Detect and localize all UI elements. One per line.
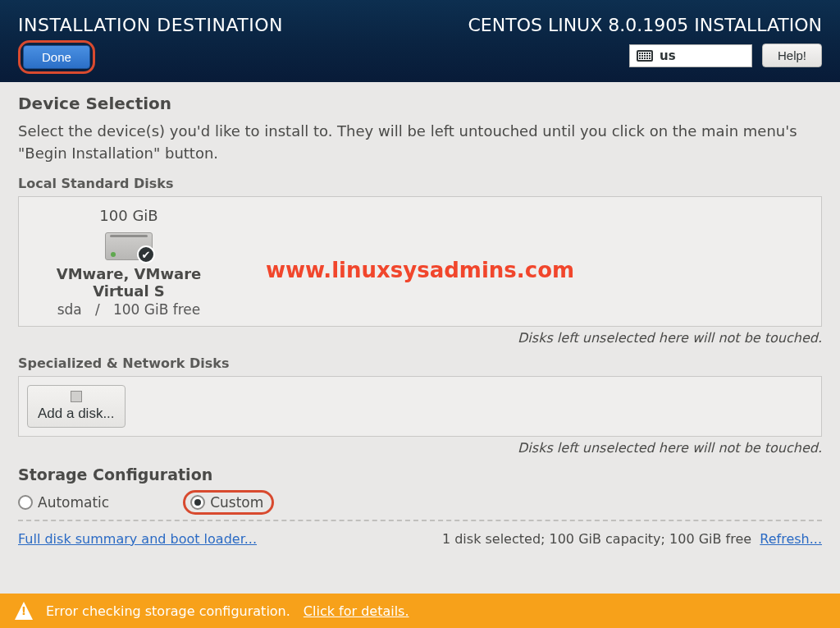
disk-sep: /: [95, 301, 100, 318]
header-bar: INSTALLATION DESTINATION Done CENTOS LIN…: [0, 0, 840, 82]
footer-right: 1 disk selected; 100 GiB capacity; 100 G…: [442, 531, 822, 547]
header-controls: us Help!: [629, 44, 822, 67]
device-selection-intro: Select the device(s) you'd like to insta…: [18, 120, 822, 164]
help-button[interactable]: Help!: [762, 44, 822, 67]
radio-icon: [18, 495, 33, 510]
keyboard-layout-selector[interactable]: us: [629, 44, 752, 67]
add-disk-label: Add a disk...: [38, 406, 115, 422]
done-highlight: Done: [18, 40, 95, 74]
header-right: CENTOS LINUX 8.0.1905 INSTALLATION us He…: [468, 15, 822, 82]
specialized-heading: Specialized & Network Disks: [18, 355, 822, 371]
storage-config: Storage Configuration Automatic Custom: [18, 465, 822, 521]
disk-dev: sda: [57, 301, 82, 318]
done-button[interactable]: Done: [23, 45, 90, 69]
warning-icon: [15, 602, 33, 620]
disk-status: 1 disk selected; 100 GiB capacity; 100 G…: [442, 531, 751, 547]
disk-plus-icon: [71, 391, 82, 402]
radio-custom-label: Custom: [210, 494, 263, 511]
keyboard-icon: [637, 50, 653, 62]
disk-free: 100 GiB free: [113, 301, 200, 318]
checkmark-icon: ✔: [137, 245, 155, 264]
disk-item[interactable]: 100 GiB ✔ VMware, VMware Virtual S sda /…: [30, 207, 227, 318]
radio-custom[interactable]: Custom: [190, 494, 263, 511]
disk-summary-link[interactable]: Full disk summary and boot loader...: [18, 531, 257, 547]
local-disks-note: Disks left unselected here will not be t…: [18, 330, 822, 346]
refresh-link[interactable]: Refresh...: [760, 531, 822, 547]
content: Device Selection Select the device(s) yo…: [0, 82, 840, 547]
radio-automatic[interactable]: Automatic: [18, 494, 109, 511]
disk-size: 100 GiB: [30, 207, 227, 224]
disk-meta: sda / 100 GiB free: [30, 301, 227, 318]
local-disks-heading: Local Standard Disks: [18, 176, 822, 191]
disk-icon-row: ✔: [30, 232, 227, 260]
header-left: INSTALLATION DESTINATION Done: [18, 15, 283, 82]
product-title: CENTOS LINUX 8.0.1905 INSTALLATION: [468, 15, 822, 35]
footer-row: Full disk summary and boot loader... 1 d…: [18, 531, 822, 547]
specialized-note: Disks left unselected here will not be t…: [18, 440, 822, 456]
error-details-link[interactable]: Click for details.: [304, 603, 409, 619]
custom-highlight: Custom: [183, 490, 274, 515]
device-selection-heading: Device Selection: [18, 94, 822, 113]
local-disks-panel: 100 GiB ✔ VMware, VMware Virtual S sda /…: [18, 196, 822, 327]
storage-config-heading: Storage Configuration: [18, 465, 822, 484]
specialized-panel: Add a disk...: [18, 376, 822, 437]
add-disk-button[interactable]: Add a disk...: [27, 385, 126, 428]
disk-name: VMware, VMware Virtual S: [30, 265, 227, 300]
error-bar[interactable]: Error checking storage configuration. Cl…: [0, 594, 840, 628]
storage-radio-row: Automatic Custom: [18, 490, 822, 521]
radio-icon: [190, 495, 205, 510]
error-message: Error checking storage configuration.: [46, 603, 290, 619]
radio-automatic-label: Automatic: [38, 494, 109, 511]
keyboard-layout-label: us: [660, 48, 676, 63]
page-title: INSTALLATION DESTINATION: [18, 15, 283, 35]
